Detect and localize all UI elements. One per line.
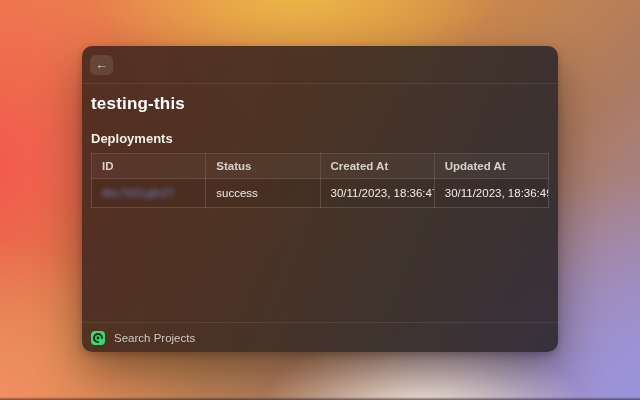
deployment-created-at-cell: 30/11/2023, 18:36:47: [320, 179, 434, 208]
table-header-row: ID Status Created At Updated At: [92, 154, 549, 179]
column-header-updated-at: Updated At: [434, 154, 548, 179]
green-spiral-app-icon: [91, 331, 105, 345]
window-footer: Search Projects: [82, 322, 558, 352]
desktop-wallpaper: ← testing-this Deployments ID Status Cre…: [0, 0, 640, 400]
launcher-window: ← testing-this Deployments ID Status Cre…: [82, 46, 558, 352]
back-button[interactable]: ←: [90, 55, 113, 75]
footer-command-label: Search Projects: [114, 332, 195, 344]
table-row[interactable]: 8bc7k51gth2T success 30/11/2023, 18:36:4…: [92, 179, 549, 208]
back-arrow-icon: ←: [95, 58, 108, 71]
section-heading-deployments: Deployments: [91, 131, 549, 146]
deployment-id-cell: 8bc7k51gth2T: [92, 179, 206, 208]
deployment-status-cell: success: [206, 179, 320, 208]
window-header: ←: [82, 46, 558, 84]
deployment-updated-at-cell: 30/11/2023, 18:36:49: [434, 179, 548, 208]
column-header-status: Status: [206, 154, 320, 179]
column-header-created-at: Created At: [320, 154, 434, 179]
deployments-table: ID Status Created At Updated At 8bc7k51g…: [91, 153, 549, 208]
deployment-id-link[interactable]: 8bc7k51gth2T: [102, 187, 175, 199]
page-title: testing-this: [91, 94, 549, 114]
window-body: testing-this Deployments ID Status Creat…: [82, 84, 558, 322]
column-header-id: ID: [92, 154, 206, 179]
